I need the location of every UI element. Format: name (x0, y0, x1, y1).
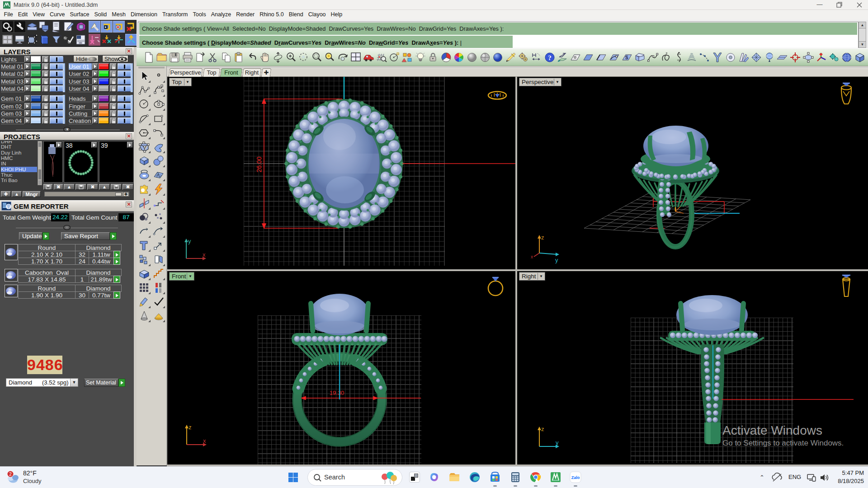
svg-text:2: 2 (9, 472, 12, 477)
svg-text:y: y (556, 439, 559, 446)
svg-text:?: ? (548, 54, 552, 61)
svg-text:z: z (541, 426, 544, 432)
svg-text:S: S (625, 55, 628, 60)
svg-text:19.30: 19.30 (330, 389, 344, 396)
svg-text:x: x (203, 251, 206, 258)
svg-text:y: y (188, 238, 191, 244)
svg-text:Zalo: Zalo (571, 475, 580, 480)
svg-text:26.00: 26.00 (255, 156, 263, 172)
svg-text:Activate Windows: Activate Windows (722, 423, 822, 437)
svg-text:y: y (555, 257, 558, 263)
svg-text:Go to Settings to activate Win: Go to Settings to activate Windows. (722, 439, 844, 447)
svg-text:z: z (189, 424, 192, 431)
svg-text:z: z (541, 234, 544, 241)
svg-text:x: x (203, 437, 206, 444)
svg-text:x: x (531, 254, 533, 259)
